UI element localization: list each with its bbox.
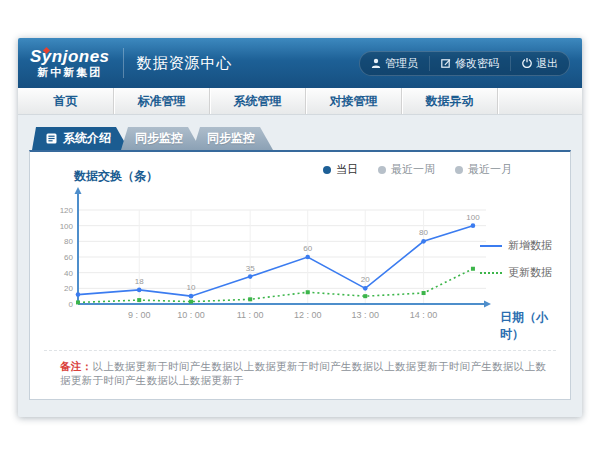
- logout-button[interactable]: 退出: [510, 56, 569, 71]
- tab-system-intro[interactable]: 系统介绍: [32, 127, 129, 150]
- footnote-prefix: 备注：: [60, 360, 92, 372]
- company-logo: Synjones 新中新集团: [30, 48, 110, 79]
- svg-text:80: 80: [64, 237, 73, 246]
- filter-label: 当日: [336, 162, 358, 177]
- legend-item-update-data: 更新数据: [480, 265, 562, 280]
- app-window: Synjones 新中新集团 数据资源中心 管理员 修改密码 退出: [18, 38, 582, 417]
- svg-text:20: 20: [361, 275, 370, 284]
- svg-text:100: 100: [60, 222, 74, 231]
- tab-sync-monitor-2[interactable]: 同步监控: [193, 127, 273, 150]
- chart-panel: 当日 最近一周 最近一月 数据交换（条） 0204060801001209 : …: [29, 150, 571, 400]
- svg-text:13 : 00: 13 : 00: [351, 310, 379, 320]
- legend-item-new-data: 新增数据: [480, 238, 562, 253]
- note-divider: [44, 350, 556, 351]
- change-password-button[interactable]: 修改密码: [429, 56, 510, 71]
- svg-text:12 : 00: 12 : 00: [294, 310, 322, 320]
- radio-dot-icon: [455, 166, 463, 174]
- nav-item-data-change[interactable]: 数据异动: [402, 88, 498, 114]
- svg-text:18: 18: [135, 277, 144, 286]
- svg-text:14 : 00: 14 : 00: [410, 310, 438, 320]
- filter-today[interactable]: 当日: [323, 162, 358, 177]
- svg-text:100: 100: [466, 213, 480, 222]
- chart-legend: 新增数据 更新数据: [480, 238, 562, 292]
- svg-text:35: 35: [246, 264, 255, 273]
- svg-text:10 : 00: 10 : 00: [177, 310, 205, 320]
- tab-label: 系统介绍: [63, 127, 111, 150]
- nav-item-standard-mgmt[interactable]: 标准管理: [114, 88, 210, 114]
- user-icon: [371, 58, 381, 68]
- svg-text:9 : 00: 9 : 00: [128, 310, 151, 320]
- edit-icon: [441, 58, 451, 68]
- svg-text:20: 20: [64, 284, 73, 293]
- footnote-text: 以上数据更新于时间产生数据以上数据更新于时间产生数据以上数据更新于时间产生数据以…: [60, 360, 546, 386]
- svg-text:10: 10: [187, 283, 196, 292]
- tab-label: 同步监控: [207, 131, 255, 145]
- nav-item-home[interactable]: 首页: [18, 88, 114, 114]
- svg-text:0: 0: [69, 300, 74, 309]
- time-range-filters: 当日 最近一周 最近一月: [323, 162, 512, 177]
- nav-item-system-mgmt[interactable]: 系统管理: [210, 88, 306, 114]
- svg-text:60: 60: [303, 244, 312, 253]
- footnote: 备注：以上数据更新于时间产生数据以上数据更新于时间产生数据以上数据更新于时间产生…: [60, 360, 554, 388]
- chart-x-axis-title: 日期（小时）: [500, 309, 570, 343]
- main-nav: 首页 标准管理 系统管理 对接管理 数据异动: [18, 88, 582, 115]
- filter-label: 最近一周: [391, 162, 435, 177]
- app-header: Synjones 新中新集团 数据资源中心 管理员 修改密码 退出: [18, 38, 582, 88]
- svg-text:40: 40: [64, 269, 73, 278]
- page-title: 数据资源中心: [123, 48, 233, 78]
- logo-subtext: 新中新集团: [30, 66, 110, 78]
- svg-text:120: 120: [60, 206, 74, 215]
- line-chart: 0204060801001209 : 0010 : 0011 : 0012 : …: [42, 184, 497, 336]
- tabs-bar: 系统介绍 同步监控 同步监控: [32, 127, 571, 150]
- legend-label: 新增数据: [508, 238, 552, 253]
- solid-line-swatch: [480, 245, 502, 247]
- content-area: 系统介绍 同步监控 同步监控 当日 最近一周: [18, 115, 582, 400]
- svg-text:80: 80: [419, 228, 428, 237]
- svg-text:60: 60: [64, 253, 73, 262]
- user-name-button[interactable]: 管理员: [360, 56, 429, 71]
- tab-label: 同步监控: [135, 131, 183, 145]
- change-password-label: 修改密码: [455, 56, 499, 71]
- radio-dot-icon: [378, 166, 386, 174]
- user-name-label: 管理员: [385, 56, 418, 71]
- document-icon: [46, 133, 57, 144]
- filter-last-week[interactable]: 最近一周: [378, 162, 435, 177]
- svg-text:11 : 00: 11 : 00: [237, 310, 264, 320]
- tab-sync-monitor-1[interactable]: 同步监控: [121, 127, 201, 150]
- filter-last-month[interactable]: 最近一月: [455, 162, 512, 177]
- legend-label: 更新数据: [508, 265, 552, 280]
- user-toolbar: 管理员 修改密码 退出: [359, 51, 570, 76]
- chart-y-axis-title: 数据交换（条）: [74, 168, 158, 185]
- logout-label: 退出: [536, 56, 558, 71]
- radio-dot-icon: [323, 166, 331, 174]
- power-icon: [522, 58, 532, 68]
- filter-label: 最近一月: [468, 162, 512, 177]
- nav-item-interface-mgmt[interactable]: 对接管理: [306, 88, 402, 114]
- dotted-line-swatch: [480, 272, 502, 274]
